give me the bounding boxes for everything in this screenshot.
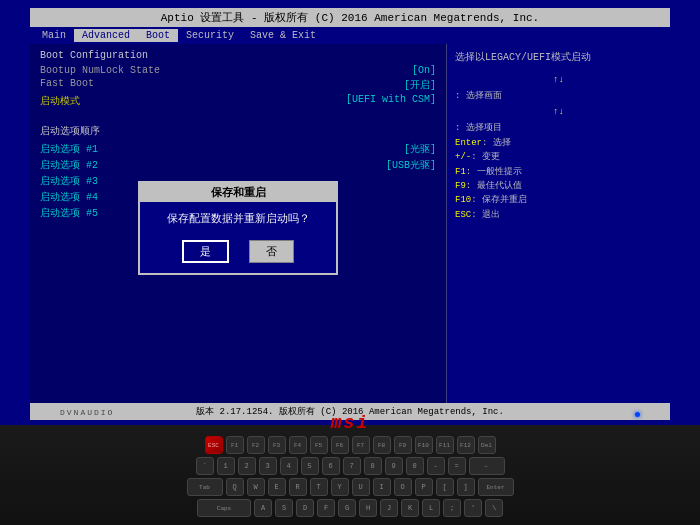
key-help-f10: F10: 保存并重启 — [455, 193, 662, 207]
key-5[interactable]: 5 — [301, 457, 319, 475]
dialog-buttons: 是 否 — [152, 240, 324, 263]
key-f[interactable]: F — [317, 499, 335, 517]
key-lbracket[interactable]: [ — [436, 478, 454, 496]
key-h[interactable]: H — [359, 499, 377, 517]
key-f3[interactable]: F3 — [268, 436, 286, 454]
keyboard-row-3: Tab Q W E R T Y U I O P [ ] Enter — [30, 478, 670, 496]
keyboard-row-1: ESC F1 F2 F3 F4 F5 F6 F7 F8 F9 F10 F11 F… — [30, 436, 670, 454]
keyboard-row-4: Caps A S D F G H J K L ; ' \ — [30, 499, 670, 517]
key-f5[interactable]: F5 — [310, 436, 328, 454]
key-r[interactable]: R — [289, 478, 307, 496]
key-tab[interactable]: Tab — [187, 478, 223, 496]
laptop-frame: Aptio 设置工具 - 版权所有 (C) 2016 American Mega… — [0, 0, 700, 525]
key-help-plusminus: +/-: 变更 — [455, 150, 662, 164]
key-help: ↑↓: 选择画面 ↑↓: 选择项目 Enter: 选择 +/-: 变更 F1: … — [455, 71, 662, 222]
title-bar: Aptio 设置工具 - 版权所有 (C) 2016 American Mega… — [30, 8, 670, 27]
key-p[interactable]: P — [415, 478, 433, 496]
key-f6[interactable]: F6 — [331, 436, 349, 454]
key-o[interactable]: O — [394, 478, 412, 496]
key-7[interactable]: 7 — [343, 457, 361, 475]
key-backspace[interactable]: ← — [469, 457, 505, 475]
left-panel: Boot Configuration Bootup NumLock State … — [30, 44, 446, 412]
key-k[interactable]: K — [401, 499, 419, 517]
key-j[interactable]: J — [380, 499, 398, 517]
key-equals[interactable]: = — [448, 457, 466, 475]
key-help-select: ↑↓: 选择项目 — [455, 103, 662, 135]
key-quote[interactable]: ' — [464, 499, 482, 517]
key-backslash[interactable]: \ — [485, 499, 503, 517]
key-y[interactable]: Y — [331, 478, 349, 496]
screen-area: Aptio 设置工具 - 版权所有 (C) 2016 American Mega… — [0, 0, 700, 425]
msi-logo: msi — [331, 413, 369, 433]
key-1[interactable]: 1 — [217, 457, 235, 475]
menu-item-main[interactable]: Main — [34, 29, 74, 42]
key-f12[interactable]: F12 — [457, 436, 475, 454]
right-panel: 选择以LEGACY/UEFI模式启动 ↑↓: 选择画面 ↑↓: 选择项目 Ent… — [446, 44, 670, 412]
key-u[interactable]: U — [352, 478, 370, 496]
menu-bar: Main Advanced Boot Security Save & Exit — [30, 27, 670, 44]
main-content: Boot Configuration Bootup NumLock State … — [30, 44, 670, 412]
key-f10[interactable]: F10 — [415, 436, 433, 454]
dialog-yes-button[interactable]: 是 — [182, 240, 229, 263]
key-g[interactable]: G — [338, 499, 356, 517]
screen-bezel: Aptio 设置工具 - 版权所有 (C) 2016 American Mega… — [30, 8, 670, 420]
dialog-message: 保存配置数据并重新启动吗？ — [152, 212, 324, 227]
keyboard: ESC F1 F2 F3 F4 F5 F6 F7 F8 F9 F10 F11 F… — [30, 436, 670, 520]
key-f9[interactable]: F9 — [394, 436, 412, 454]
dialog-overlay: 保存和重启 保存配置数据并重新启动吗？ 是 否 — [30, 44, 446, 412]
key-minus[interactable]: - — [427, 457, 445, 475]
key-w[interactable]: W — [247, 478, 265, 496]
key-semi[interactable]: ; — [443, 499, 461, 517]
key-f11[interactable]: F11 — [436, 436, 454, 454]
key-9[interactable]: 9 — [385, 457, 403, 475]
dvnaudio-label: DVNAUDIO — [60, 408, 114, 417]
key-rbracket[interactable]: ] — [457, 478, 475, 496]
key-2[interactable]: 2 — [238, 457, 256, 475]
title-text: Aptio 设置工具 - 版权所有 (C) 2016 American Mega… — [161, 12, 539, 24]
key-i[interactable]: I — [373, 478, 391, 496]
key-a[interactable]: A — [254, 499, 272, 517]
key-esc[interactable]: ESC — [205, 436, 223, 454]
keyboard-row-2: ` 1 2 3 4 5 6 7 8 9 0 - = ← — [30, 457, 670, 475]
key-del[interactable]: Del — [478, 436, 496, 454]
key-4[interactable]: 4 — [280, 457, 298, 475]
dialog-title: 保存和重启 — [140, 183, 336, 202]
key-enter[interactable]: Enter — [478, 478, 514, 496]
key-s[interactable]: S — [275, 499, 293, 517]
key-caps[interactable]: Caps — [197, 499, 251, 517]
key-6[interactable]: 6 — [322, 457, 340, 475]
menu-item-security[interactable]: Security — [178, 29, 242, 42]
key-0[interactable]: 0 — [406, 457, 424, 475]
key-help-esc: ESC: 退出 — [455, 208, 662, 222]
key-8[interactable]: 8 — [364, 457, 382, 475]
key-f2[interactable]: F2 — [247, 436, 265, 454]
dialog-box: 保存和重启 保存配置数据并重新启动吗？ 是 否 — [138, 181, 338, 274]
dialog-content: 保存配置数据并重新启动吗？ 是 否 — [140, 202, 336, 272]
help-text: 选择以LEGACY/UEFI模式启动 — [455, 50, 662, 65]
key-f7[interactable]: F7 — [352, 436, 370, 454]
menu-item-save-exit[interactable]: Save & Exit — [242, 29, 324, 42]
key-q[interactable]: Q — [226, 478, 244, 496]
key-3[interactable]: 3 — [259, 457, 277, 475]
key-help-arrows: ↑↓: 选择画面 — [455, 71, 662, 103]
key-t[interactable]: T — [310, 478, 328, 496]
menu-item-boot[interactable]: Boot — [138, 29, 178, 42]
key-f8[interactable]: F8 — [373, 436, 391, 454]
dialog-no-button[interactable]: 否 — [249, 240, 294, 263]
power-light — [635, 412, 640, 417]
key-e[interactable]: E — [268, 478, 286, 496]
key-f1[interactable]: F1 — [226, 436, 244, 454]
keyboard-area: msi ESC F1 F2 F3 F4 F5 F6 F7 F8 F9 F10 F… — [0, 425, 700, 525]
key-help-f9: F9: 最佳代认值 — [455, 179, 662, 193]
key-help-f1: F1: 一般性提示 — [455, 165, 662, 179]
key-help-enter: Enter: 选择 — [455, 136, 662, 150]
key-d[interactable]: D — [296, 499, 314, 517]
menu-item-advanced[interactable]: Advanced — [74, 29, 138, 42]
key-backtick[interactable]: ` — [196, 457, 214, 475]
key-l[interactable]: L — [422, 499, 440, 517]
key-f4[interactable]: F4 — [289, 436, 307, 454]
